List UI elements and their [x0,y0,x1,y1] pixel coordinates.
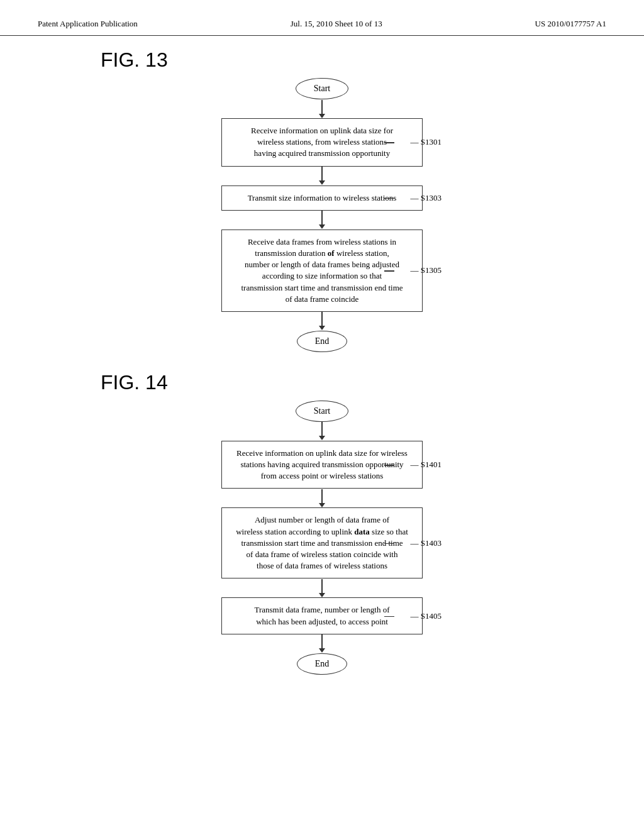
fig14-s1403-row: Adjust number or length of data frame of… [190,507,454,578]
fig13-start: Start [296,78,348,99]
fig13-end-row: End [190,331,454,352]
fig13-s1305-label: — S1305 [411,265,441,275]
fig14-s1405-line [384,616,394,617]
fig13-end: End [297,331,348,352]
content: FIG. 13 Start Receive information on upl… [0,36,644,694]
arrow8 [319,634,325,653]
fig14-flowchart: Start Receive information on uplink data… [190,401,454,675]
fig13-s1301-label: — S1301 [411,137,441,147]
arrow1 [319,99,325,118]
header: Patent Application Publication Jul. 15, … [0,0,644,36]
header-publication: Patent Application Publication [38,19,138,29]
fig13-s1303-row: Transmit size information to wireless st… [190,185,454,211]
arrow5 [319,422,325,441]
fig14-s1403-line [384,543,394,545]
fig13-s1301-row: Receive information on uplink data size … [190,118,454,167]
fig13-s1305-row: Receive data frames from wireless statio… [190,230,454,312]
arrow7 [319,578,325,597]
arrow2 [319,167,325,185]
fig13-s1305-line [384,270,394,272]
fig14-title: FIG. 14 [101,371,168,394]
fig14-s1405-label: — S1405 [411,611,441,621]
fig14-end: End [297,653,348,675]
fig14-start-row: Start [190,401,454,422]
arrow6 [319,489,325,507]
header-patent-number: US 2010/0177757 A1 [535,19,606,29]
fig14-s1405-row: Transmit data frame, number or length of… [190,597,454,634]
page: Patent Application Publication Jul. 15, … [0,0,644,830]
arrow3 [319,211,325,230]
fig13-s1303-label: — S1303 [411,193,441,203]
arrow4 [319,312,325,331]
fig13-start-row: Start [190,78,454,99]
fig14-s1401-row: Receive information on uplink data size … [190,441,454,489]
fig14-end-row: End [190,653,454,675]
fig14-s1401-line [384,465,394,466]
fig14-start: Start [296,401,348,422]
fig14-s1401-label: — S1401 [411,460,441,470]
fig13-s1301-line [384,142,394,143]
fig13-title: FIG. 13 [101,48,168,72]
fig14-s1403-label: — S1403 [411,538,441,548]
fig13-flowchart: Start Receive information on uplink data… [190,78,454,352]
fig13-s1303-line [384,198,394,199]
header-date-sheet: Jul. 15, 2010 Sheet 10 of 13 [291,19,382,29]
